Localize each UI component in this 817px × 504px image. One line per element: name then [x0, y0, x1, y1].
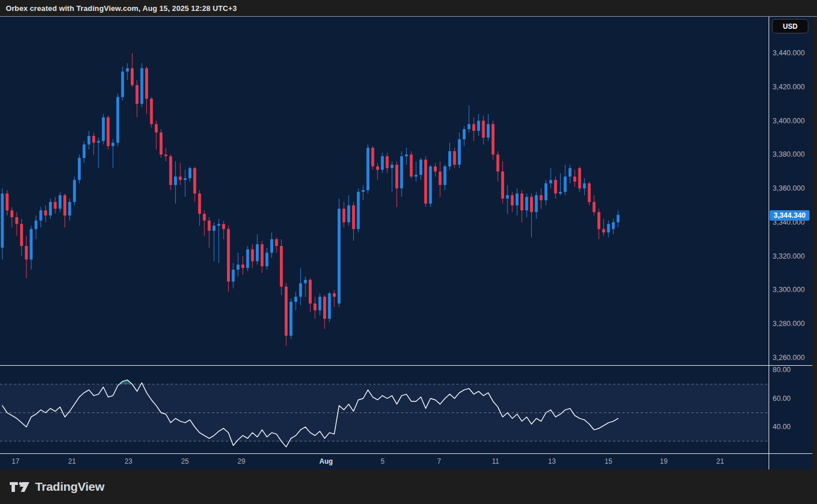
candle-body — [319, 297, 321, 310]
candle-body — [92, 136, 95, 143]
candle-body — [68, 202, 71, 216]
footer-bar: TradingView — [0, 469, 817, 504]
candle-body — [405, 154, 408, 156]
candle-body — [511, 195, 514, 206]
candle-body — [400, 156, 403, 188]
price-tick-label: 3,280.000 — [773, 320, 805, 328]
candle-body — [520, 194, 523, 210]
candle-body — [323, 297, 326, 319]
time-tick-label: 15 — [604, 457, 612, 465]
candle-body — [453, 151, 456, 165]
candle-body — [544, 183, 547, 200]
candle-body — [386, 156, 389, 168]
pane-divider[interactable] — [0, 365, 817, 366]
time-tick-label: 21 — [716, 457, 724, 465]
candle-body — [112, 143, 115, 146]
price-tick-label: 3,420.000 — [773, 83, 805, 91]
candle-body — [1, 194, 4, 248]
candle-body — [275, 239, 278, 246]
currency-toggle-button[interactable]: USD — [772, 19, 808, 33]
candle-body — [371, 148, 374, 166]
time-tick-label: 29 — [237, 457, 245, 465]
candle-body — [35, 221, 37, 229]
window-right-edge — [812, 17, 817, 470]
candle-body — [160, 132, 162, 154]
candle-body — [448, 151, 451, 166]
time-tick-label: 23 — [124, 457, 132, 465]
candle-body — [381, 156, 384, 170]
price-tick-label: 3,300.000 — [773, 286, 805, 294]
candle-body — [366, 148, 369, 190]
candle-body — [213, 226, 215, 231]
candle-body — [535, 195, 538, 212]
candle-body — [116, 97, 119, 142]
candle-body — [260, 244, 263, 266]
candle-body — [203, 214, 206, 221]
chart-area[interactable]: USD 3,440.0003,420.0003,400.0003,380.000… — [0, 16, 817, 469]
candle-body — [429, 166, 432, 204]
candle-body — [487, 124, 490, 138]
candle-body — [285, 287, 288, 336]
candle-body — [463, 129, 466, 139]
candle-body — [141, 68, 143, 104]
candle-body — [506, 195, 509, 199]
time-tick-label: 13 — [548, 457, 555, 465]
candle-body — [554, 180, 557, 194]
tradingview-logo[interactable]: TradingView — [9, 480, 104, 494]
candle-body — [256, 244, 259, 261]
candle-body — [241, 264, 244, 268]
candle-body — [347, 206, 350, 222]
price-axis-separator[interactable] — [769, 17, 769, 470]
time-tick-label: 5 — [381, 457, 385, 465]
candle-body — [438, 172, 441, 185]
tradingview-17-icon — [9, 480, 30, 494]
candle-body — [410, 154, 413, 176]
candle-body — [597, 212, 600, 229]
candle-body — [559, 192, 562, 194]
candle-body — [573, 177, 576, 182]
candle-body — [304, 280, 307, 283]
time-tick-label: 19 — [660, 457, 667, 465]
candle-body — [612, 222, 615, 229]
candle-body — [578, 168, 581, 188]
candle-body — [78, 158, 81, 180]
candle-body — [583, 183, 586, 188]
candle-body — [352, 206, 355, 229]
candle-body — [482, 121, 485, 138]
candle-body — [179, 177, 181, 180]
candle-body — [54, 202, 56, 209]
candle-body — [107, 118, 109, 146]
candle-body — [145, 68, 148, 98]
candle-body — [20, 224, 23, 246]
tradingview-logo-text: TradingView — [35, 480, 104, 494]
candle-body — [280, 246, 283, 287]
candle-body — [188, 168, 191, 179]
candlestick-chart[interactable] — [0, 17, 817, 470]
price-tick-label: 3,380.000 — [773, 150, 805, 158]
price-tick-label: 3,440.000 — [773, 49, 805, 57]
candle-body — [333, 293, 336, 297]
candle-body — [607, 224, 610, 233]
candle-body — [376, 166, 379, 170]
candle-body — [266, 253, 268, 267]
time-tick-label: 21 — [68, 457, 75, 465]
candle-body — [59, 195, 62, 209]
candle-body — [530, 197, 533, 212]
candle-body — [563, 177, 566, 192]
candle-body — [501, 172, 504, 199]
candle-body — [602, 229, 605, 233]
attribution-text: Orbex created with TradingView.com, Aug … — [6, 4, 237, 13]
candle-body — [313, 304, 316, 310]
candle-body — [97, 141, 100, 143]
candle-body — [121, 71, 124, 97]
candle-body — [102, 118, 105, 141]
time-axis-divider — [0, 453, 817, 454]
candle-body — [616, 215, 619, 222]
candle-body — [540, 195, 543, 200]
candle-body — [63, 195, 66, 215]
candle-body — [419, 160, 422, 175]
candle-body — [342, 209, 345, 222]
candle-body — [198, 194, 201, 214]
candle-body — [73, 180, 76, 202]
candle-body — [184, 178, 187, 180]
